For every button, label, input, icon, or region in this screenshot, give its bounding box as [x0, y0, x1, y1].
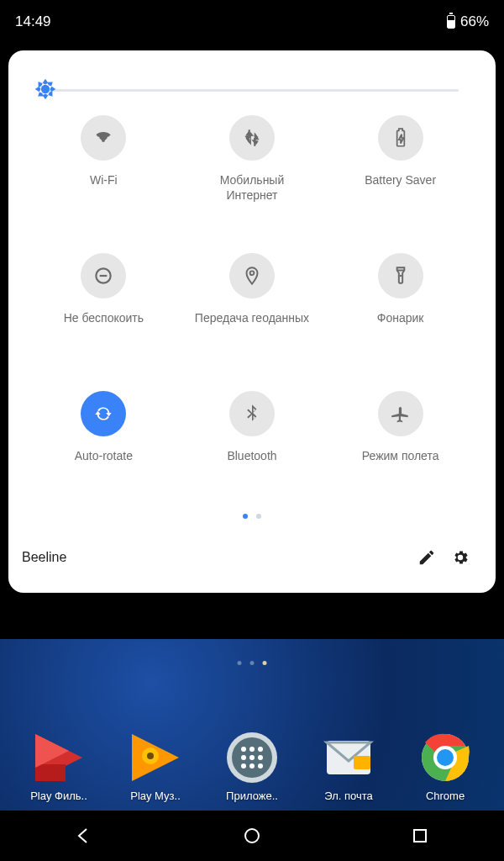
- qs-tile-bluetooth[interactable]: Bluetooth: [182, 391, 323, 483]
- qs-tile-wifi[interactable]: Wi-Fi: [34, 115, 174, 208]
- svg-point-15: [258, 747, 263, 752]
- battery-percent: 66%: [460, 13, 489, 30]
- svg-point-21: [258, 763, 263, 769]
- qs-tiles-grid: Wi-FiМобильный ИнтернетBattery SaverНе б…: [8, 98, 496, 483]
- qs-tile-flashlight[interactable]: Фонарик: [330, 253, 470, 346]
- qs-tile-dnd[interactable]: Не беспокоить: [34, 253, 174, 346]
- app-label: Приложе..: [226, 790, 278, 802]
- home-page-dot: [250, 661, 255, 665]
- home-button[interactable]: [235, 819, 269, 853]
- back-button[interactable]: [67, 819, 101, 853]
- location-icon: [229, 253, 275, 298]
- quick-settings-panel: Wi-FiМобильный ИнтернетBattery SaverНе б…: [8, 50, 496, 593]
- svg-point-17: [249, 755, 255, 760]
- svg-point-14: [249, 747, 255, 752]
- data-icon: [229, 115, 275, 161]
- settings-button[interactable]: [444, 541, 477, 574]
- airplane-icon: [378, 391, 423, 436]
- qs-tile-label: Режим полета: [362, 448, 439, 463]
- qs-tile-rotate[interactable]: Auto-rotate: [34, 391, 174, 483]
- qs-tile-label: Bluetooth: [227, 448, 276, 463]
- flashlight-icon: [378, 253, 423, 298]
- recents-button[interactable]: [403, 819, 437, 853]
- brightness-slider[interactable]: [8, 50, 496, 98]
- svg-point-10: [147, 753, 154, 759]
- navigation-bar: [0, 811, 504, 861]
- home-page-indicator: [238, 661, 267, 665]
- rotate-icon: [81, 391, 126, 436]
- svg-rect-24: [354, 756, 370, 769]
- status-bar: 14:49 66%: [0, 0, 504, 44]
- mail-icon: [322, 731, 375, 784]
- svg-rect-2: [100, 275, 108, 277]
- battery-icon: [378, 115, 423, 161]
- qs-tile-label: Фонарик: [377, 310, 424, 325]
- qs-tile-label: Wi-Fi: [90, 172, 118, 188]
- page-dot: [243, 514, 248, 519]
- qs-tile-label: Auto-rotate: [75, 448, 133, 463]
- app-label: Play Муз..: [130, 790, 181, 802]
- apps-icon: [225, 731, 279, 784]
- svg-rect-3: [400, 275, 402, 277]
- svg-point-13: [241, 747, 246, 752]
- app-chrome[interactable]: Chrome: [402, 731, 489, 802]
- qs-footer: Beeline: [8, 519, 496, 583]
- edit-button[interactable]: [410, 541, 444, 574]
- status-right: 66%: [447, 13, 489, 30]
- svg-point-29: [245, 829, 259, 843]
- svg-point-16: [241, 755, 246, 760]
- app-apps[interactable]: Приложе..: [208, 731, 296, 802]
- app-label: Эл. почта: [324, 790, 373, 802]
- home-dock: Play Филь..Play Муз..Приложе..Эл. почтаC…: [0, 731, 504, 802]
- qs-tile-battery[interactable]: Battery Saver: [330, 115, 470, 208]
- brightness-track: [45, 89, 459, 92]
- qs-tile-label: Передача геоданных: [195, 310, 309, 325]
- chrome-icon: [418, 731, 472, 784]
- play-movies-icon: [32, 731, 86, 784]
- qs-tile-label: Не беспокоить: [64, 310, 144, 325]
- qs-tile-location[interactable]: Передача геоданных: [182, 253, 323, 346]
- bluetooth-icon: [229, 391, 275, 436]
- svg-rect-6: [35, 764, 66, 781]
- qs-tile-airplane[interactable]: Режим полета: [330, 391, 470, 483]
- home-page-dot: [263, 661, 267, 665]
- qs-tile-label: Battery Saver: [365, 172, 436, 188]
- app-play-movies[interactable]: Play Филь..: [15, 731, 102, 802]
- app-play-music[interactable]: Play Муз..: [112, 731, 199, 802]
- app-mail[interactable]: Эл. почта: [305, 731, 392, 802]
- qs-tile-data[interactable]: Мобильный Интернет: [182, 115, 323, 208]
- app-label: Chrome: [426, 790, 465, 802]
- battery-icon: [447, 15, 455, 29]
- svg-point-0: [42, 85, 50, 92]
- home-page-dot: [238, 661, 242, 665]
- brightness-thumb-icon[interactable]: [34, 78, 56, 103]
- wifi-icon: [81, 115, 126, 161]
- page-dot: [256, 514, 261, 519]
- play-music-icon: [129, 731, 182, 784]
- svg-point-18: [258, 755, 263, 760]
- svg-point-19: [241, 763, 246, 769]
- carrier-label: Beeline: [22, 550, 410, 565]
- clock: 14:49: [15, 13, 51, 30]
- dnd-icon: [81, 253, 126, 298]
- svg-rect-30: [414, 830, 426, 842]
- app-label: Play Филь..: [30, 790, 87, 802]
- svg-point-20: [249, 763, 255, 769]
- qs-tile-label: Мобильный Интернет: [193, 172, 311, 203]
